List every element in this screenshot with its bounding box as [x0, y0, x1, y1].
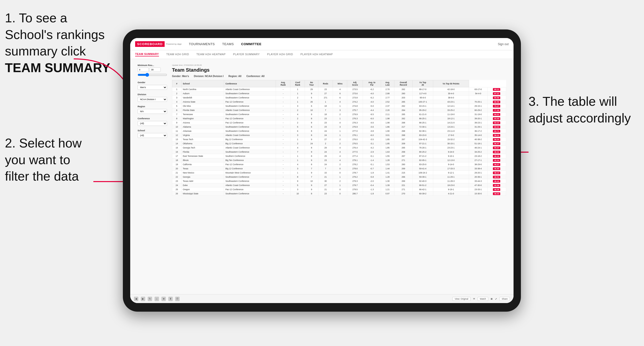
table-cell: -3.1 [363, 142, 381, 146]
table-cell: 1 [333, 129, 347, 133]
home-icon[interactable]: ⌂ [154, 297, 159, 301]
table-row: 1North CarolinaAtlantic Coast Conference… [172, 87, 506, 92]
sub-nav-team-summary[interactable]: TEAM SUMMARY [135, 52, 159, 56]
sign-out[interactable]: Sign out [498, 42, 508, 46]
table-cell: 15 [172, 146, 182, 150]
table-cell: 83-25-0 [412, 163, 433, 167]
table-cell: 104-42-3 [412, 137, 433, 142]
table-cell: 262 [394, 117, 412, 121]
timer-icon[interactable]: ⏱ [175, 297, 180, 301]
filter-max-input[interactable] [150, 67, 161, 72]
table-cell: Southern Conference [224, 154, 276, 158]
main-content: Minimum Rou... Gender Men's Women's [130, 59, 514, 294]
nav-committee[interactable]: COMMITTEE [241, 42, 262, 46]
table-row: 10AlabamaSoutheastern Conference-5623327… [172, 125, 506, 129]
filter-minimum-rou-label: Minimum Rou... [138, 64, 167, 66]
table-row: 2AuburnSoutheastern Conference-19276273.… [172, 92, 506, 96]
table-cell: 18-12-1 [433, 117, 469, 121]
sub-nav-player-summary[interactable]: PLAYER SUMMARY [233, 53, 260, 56]
table-cell: -6.0 [363, 133, 381, 137]
sub-nav-player-h2h-heatmap[interactable]: PLAYER H2H HEATMAP [300, 53, 333, 56]
share-button[interactable]: Share [500, 297, 510, 301]
table-header-section: Update time: 27/03/2024 16:56:26 Team St… [172, 64, 506, 78]
filter-division-select[interactable]: NCAA Division I NCAA Division II NCAA Di… [138, 97, 167, 102]
filter-school-select[interactable]: (All) [138, 133, 167, 138]
table-cell: 23 [318, 158, 333, 163]
table-cell: 87-21-2 [412, 154, 433, 158]
sub-nav-team-h2h-grid[interactable]: TEAM H2H GRID [166, 53, 189, 56]
col-conference: Conference [224, 80, 276, 87]
table-cell: 9-19-1 [433, 187, 469, 192]
table-cell: 17 [172, 154, 182, 158]
standings-table: # School Conference Avg.Rank ConfRank No… [172, 80, 506, 196]
table-cell: 23 [318, 125, 333, 129]
table-row: 25OregonPac-12 Conference-39210279.5-1.3… [172, 187, 506, 192]
forward-icon[interactable]: ▶ [141, 297, 145, 301]
table-cell: 42.98 [487, 183, 506, 187]
nav-teams[interactable]: TEAMS [222, 42, 234, 46]
table-cell: 24 [318, 129, 333, 133]
table-cell: 1.86 [381, 125, 394, 129]
table-cell: 21 [172, 171, 182, 175]
table-cell: 72-30-1 [412, 125, 433, 129]
table-cell: 276.3 [347, 121, 363, 125]
bookmark-icon[interactable]: ★ [162, 297, 166, 301]
view-original-button[interactable]: View: Original [452, 297, 470, 301]
filter-slider[interactable] [138, 73, 167, 77]
sub-nav-player-h2h-grid[interactable]: PLAYER H2H GRID [267, 53, 293, 56]
table-cell: 100-27-1 [412, 100, 433, 104]
filter-gender-select[interactable]: Men's Women's [138, 85, 167, 90]
table-cell: 23-18-2 [469, 154, 488, 158]
table-cell: 262 [394, 104, 412, 108]
table-cell: 276.4 [347, 146, 363, 150]
table-cell: 48.33 [487, 192, 506, 196]
table-cell: -1.4 [363, 158, 381, 163]
table-cell: 2 [333, 163, 347, 167]
table-row: 17East Tennessee StateSouthern Conferenc… [172, 154, 506, 158]
table-cell: 4-21-0 [433, 192, 469, 196]
table-cell: 268 [394, 133, 412, 137]
table-cell: Southeastern Conference [224, 125, 276, 129]
table-cell: 27 [318, 92, 333, 96]
table-cell: 7 [172, 112, 182, 117]
table-cell: Georgia [181, 175, 224, 179]
table-cell: Big 12 Conference [224, 167, 276, 171]
table-cell: 20 [172, 167, 182, 171]
table-cell: 10 [172, 125, 182, 129]
table-cell: Georgia Tech [181, 146, 224, 150]
table-row: 19CaliforniaPac-12 Conference-48242278.2… [172, 163, 506, 167]
filter-min-input[interactable] [138, 67, 149, 72]
table-cell: 8 [305, 133, 318, 137]
table-cell: 30-4-0 [433, 92, 469, 96]
filter-region-select[interactable]: N/A All East West [138, 109, 167, 114]
filter-conference-select[interactable]: (All) ACC SEC Big Ten [138, 121, 167, 126]
table-cell: Atlantic Coast Conference [224, 108, 276, 112]
back-icon[interactable]: ◀ [134, 297, 138, 301]
table-cell: 26 [172, 192, 182, 196]
table-cell: Arizona State [181, 100, 224, 104]
table-cell: -4.6 [363, 121, 381, 125]
watch-button[interactable]: Watch [478, 297, 488, 301]
share-icon-bar[interactable]: ⬆ [168, 297, 173, 301]
table-cell: 5 [290, 183, 305, 187]
table-cell: 278.2 [347, 163, 363, 167]
sub-nav-team-h2h-heatmap[interactable]: TEAM H2H HEATMAP [196, 53, 226, 56]
table-cell: 12-14-1 [433, 104, 469, 108]
table-cell: 4 [290, 112, 305, 117]
table-cell: 29-20-1 [469, 171, 488, 175]
nav-tournaments[interactable]: TOURNAMENTS [189, 42, 215, 46]
table-cell: - [276, 154, 290, 158]
table-cell: 60.23 [487, 121, 506, 125]
table-cell: 277.4 [347, 154, 363, 158]
table-cell: 266 [394, 175, 412, 179]
table-cell: 1.85 [381, 137, 394, 142]
reload-icon[interactable]: ↻ [148, 297, 152, 301]
table-cell: 45.34 [487, 158, 506, 163]
instruction-2-line2: you want to [5, 153, 70, 167]
table-cell: - [276, 108, 290, 112]
table-cell: East Tennessee State [181, 154, 224, 158]
table-cell: 269 [394, 179, 412, 183]
table-cell: 4 [333, 150, 347, 154]
table-cell: 43-23-1 [433, 100, 469, 104]
table-cell: 38-29-0 [469, 163, 488, 167]
